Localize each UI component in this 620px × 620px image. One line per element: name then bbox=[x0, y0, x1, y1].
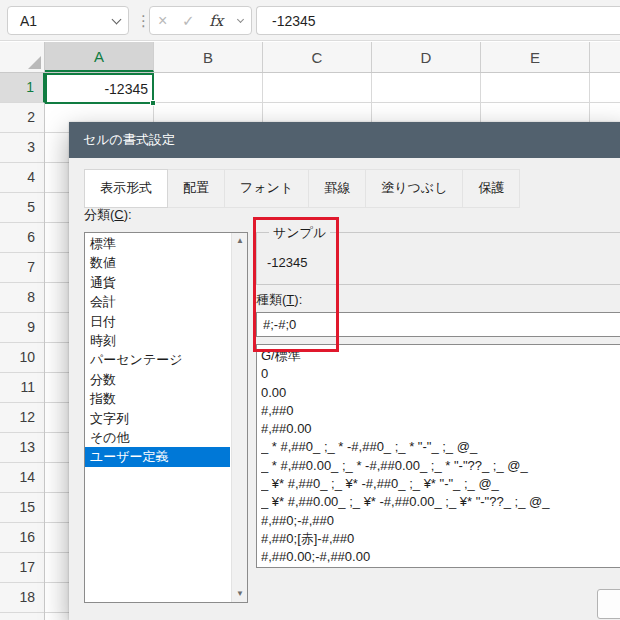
category-item[interactable]: 時刻 bbox=[85, 331, 230, 350]
row-header[interactable]: 15 bbox=[0, 493, 44, 523]
format-code-item[interactable]: #,##0;-#,##0 bbox=[261, 512, 620, 530]
category-item[interactable]: 指数 bbox=[85, 389, 230, 408]
category-item[interactable]: 分数 bbox=[85, 370, 230, 389]
format-code-item[interactable]: _ ¥* #,##0.00_ ;_ ¥* -#,##0.00_ ;_ ¥* "-… bbox=[261, 493, 620, 511]
format-code-item[interactable]: _ * #,##0.00_ ;_ * -#,##0.00_ ;_ * "-"??… bbox=[261, 457, 620, 475]
dialog-tab[interactable]: 塗りつぶし bbox=[366, 169, 463, 208]
row-header[interactable]: 11 bbox=[0, 373, 44, 403]
category-item[interactable]: 標準 bbox=[85, 234, 230, 253]
chevron-down-icon[interactable] bbox=[237, 15, 244, 22]
row-header[interactable]: 7 bbox=[0, 253, 44, 283]
row-header[interactable]: 3 bbox=[0, 133, 44, 163]
type-input[interactable] bbox=[256, 312, 620, 337]
format-code-item[interactable]: #,##0.00;-#,##0.00 bbox=[261, 548, 620, 566]
row-header[interactable]: 9 bbox=[0, 313, 44, 343]
chevron-down-icon[interactable] bbox=[112, 14, 122, 24]
dialog-tab[interactable]: 表示形式 bbox=[84, 169, 168, 208]
dialog-tab[interactable]: 保護 bbox=[463, 169, 520, 208]
scroll-down-icon[interactable]: ▼ bbox=[232, 586, 248, 602]
formula-input[interactable]: -12345 bbox=[256, 6, 620, 35]
enter-icon[interactable]: ✓ bbox=[182, 12, 195, 30]
select-all-corner[interactable] bbox=[0, 42, 45, 73]
scroll-up-icon[interactable]: ▲ bbox=[232, 233, 248, 249]
formula-buttons: × ✓ fx bbox=[149, 6, 252, 35]
column-header[interactable]: C bbox=[263, 42, 372, 72]
column-header[interactable]: B bbox=[154, 42, 263, 72]
format-code-item[interactable]: #,##0.00 bbox=[261, 420, 620, 438]
format-code-item[interactable]: #,##0;[赤]-#,##0 bbox=[261, 530, 620, 548]
formula-value: -12345 bbox=[272, 13, 316, 29]
row-header[interactable]: 14 bbox=[0, 463, 44, 493]
dialog-tab[interactable]: 配置 bbox=[168, 169, 225, 208]
row-header[interactable]: 1 bbox=[0, 73, 45, 103]
row-header[interactable]: 18 bbox=[0, 583, 44, 613]
column-headers: ABCDE bbox=[45, 42, 620, 73]
row-header[interactable]: 5 bbox=[0, 193, 44, 223]
cell-value: -12345 bbox=[104, 81, 148, 97]
insert-function-icon[interactable]: fx bbox=[209, 12, 223, 30]
category-item[interactable]: ユーザー定義 bbox=[85, 447, 230, 466]
name-box[interactable]: A1 bbox=[7, 6, 129, 35]
format-code-item[interactable]: 0 bbox=[261, 365, 620, 383]
cancel-icon[interactable]: × bbox=[158, 12, 167, 30]
category-item[interactable]: 通貨 bbox=[85, 273, 230, 292]
category-item[interactable]: パーセンテージ bbox=[85, 350, 230, 369]
category-label: 分類(C): bbox=[84, 206, 132, 224]
row-headers: 123456789101112131415161718 bbox=[0, 73, 45, 620]
format-code-item[interactable]: #,##0 bbox=[261, 402, 620, 420]
fill-handle[interactable] bbox=[150, 100, 156, 106]
format-cells-dialog: セルの書式設定 表示形式配置フォント罫線塗りつぶし保護 分類(C): 標準数値通… bbox=[69, 122, 620, 620]
column-header[interactable]: D bbox=[372, 42, 481, 72]
category-listbox: 標準数値通貨会計日付時刻パーセンテージ分数指数文字列その他ユーザー定義 ▲ ▼ bbox=[84, 232, 248, 603]
row-header[interactable]: 10 bbox=[0, 343, 44, 373]
category-item[interactable]: 日付 bbox=[85, 312, 230, 331]
row-header[interactable]: 2 bbox=[0, 103, 44, 133]
category-scrollbar[interactable]: ▲ ▼ bbox=[231, 233, 247, 602]
format-code-item[interactable]: 0.00 bbox=[261, 384, 620, 402]
row-header[interactable]: 8 bbox=[0, 283, 44, 313]
sample-value: -12345 bbox=[267, 255, 307, 270]
column-header[interactable]: E bbox=[481, 42, 590, 72]
row-header[interactable]: 6 bbox=[0, 223, 44, 253]
row-header[interactable]: 4 bbox=[0, 163, 44, 193]
row-header[interactable]: 17 bbox=[0, 553, 44, 583]
category-item[interactable]: 数値 bbox=[85, 253, 230, 272]
excel-window: A1 ⋮ × ✓ fx -12345 ABCDE 123456789101112… bbox=[0, 0, 620, 620]
dialog-tabs: 表示形式配置フォント罫線塗りつぶし保護 bbox=[84, 169, 520, 208]
sample-groupbox: サンプル -12345 bbox=[256, 232, 620, 285]
row-header[interactable]: 16 bbox=[0, 523, 44, 553]
cell-reference: A1 bbox=[20, 13, 37, 29]
format-code-item[interactable]: G/標準 bbox=[261, 347, 620, 365]
category-items: 標準数値通貨会計日付時刻パーセンテージ分数指数文字列その他ユーザー定義 bbox=[85, 234, 230, 467]
dialog-tab[interactable]: 罫線 bbox=[309, 169, 366, 208]
dialog-title: セルの書式設定 bbox=[83, 131, 175, 149]
category-item[interactable]: その他 bbox=[85, 428, 230, 447]
category-item[interactable]: 文字列 bbox=[85, 409, 230, 428]
dialog-titlebar[interactable]: セルの書式設定 bbox=[69, 122, 620, 158]
sample-legend: サンプル bbox=[269, 224, 330, 242]
row-header[interactable]: 12 bbox=[0, 403, 44, 433]
column-header[interactable]: A bbox=[45, 42, 154, 72]
format-code-listbox: G/標準00.00#,##0#,##0.00_ * #,##0_ ;_ * -#… bbox=[256, 344, 620, 568]
category-item[interactable]: 会計 bbox=[85, 292, 230, 311]
select-all-triangle-icon bbox=[28, 56, 41, 69]
formula-bar-row: A1 ⋮ × ✓ fx -12345 bbox=[0, 0, 620, 41]
row-header[interactable]: 13 bbox=[0, 433, 44, 463]
format-code-item[interactable]: _ ¥* #,##0_ ;_ ¥* -#,##0_ ;_ ¥* "-"_ ;_ … bbox=[261, 475, 620, 493]
type-label: 種類(T): bbox=[256, 291, 302, 309]
dialog-tab[interactable]: フォント bbox=[225, 169, 309, 208]
format-code-item[interactable]: _ * #,##0_ ;_ * -#,##0_ ;_ * "-"_ ;_ @_ bbox=[261, 438, 620, 456]
active-cell-a1[interactable]: -12345 bbox=[45, 73, 154, 104]
delete-button-partial[interactable] bbox=[597, 589, 620, 619]
